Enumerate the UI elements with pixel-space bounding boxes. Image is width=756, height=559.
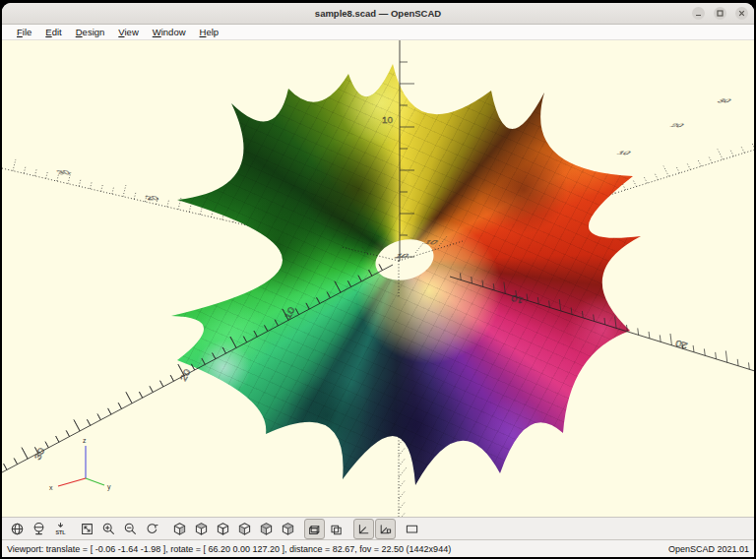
axis-line <box>638 328 639 335</box>
view-front-button[interactable] <box>256 519 277 539</box>
axis-line <box>160 381 163 387</box>
axis-line <box>655 173 658 179</box>
axis-number-label: 20 <box>144 195 161 201</box>
zoom-in-button[interactable] <box>98 519 119 539</box>
axis-line <box>126 392 132 403</box>
svg-text:STL: STL <box>55 528 66 534</box>
menu-bar: FileEditDesignViewWindowHelp <box>2 25 754 40</box>
axis-line <box>112 187 114 194</box>
version-text: OpenSCAD 2021.01 <box>668 544 749 554</box>
view-left-icon <box>237 522 252 536</box>
axis-line <box>716 352 717 359</box>
axis-line <box>90 182 92 189</box>
close-button[interactable] <box>735 7 748 20</box>
axis-line <box>704 348 705 355</box>
axis-line <box>13 159 16 171</box>
axis-line <box>670 334 671 345</box>
axis-line <box>157 198 158 205</box>
zoom-out-button[interactable] <box>120 519 141 539</box>
view-center-button[interactable] <box>326 519 346 539</box>
gizmo-axis <box>86 478 104 485</box>
axis-number-label: 30 <box>716 98 733 103</box>
menu-item-view[interactable]: View <box>111 26 145 39</box>
menu-item-window[interactable]: Window <box>146 26 193 39</box>
axis-line <box>108 408 111 414</box>
axis-line <box>57 174 59 181</box>
axis-line <box>167 200 169 207</box>
view-back-button[interactable] <box>278 519 298 539</box>
menu-item-help[interactable]: Help <box>193 26 226 39</box>
axis-line <box>730 150 733 155</box>
viewport-status-text: Viewport: translate = [ -0.06 -1.64 -1.9… <box>7 544 451 554</box>
axis-line <box>66 430 69 436</box>
minimize-button[interactable] <box>692 7 705 20</box>
render-icon <box>32 522 46 536</box>
axis-line <box>101 185 103 192</box>
axis-line <box>741 147 744 153</box>
axis-line <box>87 419 90 425</box>
axis-line <box>123 185 126 197</box>
axis-line <box>748 362 749 369</box>
gizmo-y-label: y <box>107 483 111 491</box>
view-left-button[interactable] <box>234 519 255 539</box>
axis-line <box>46 172 48 179</box>
axis-number-label: 30 <box>32 446 47 462</box>
axis-line <box>118 403 121 408</box>
preview-button[interactable] <box>7 519 28 539</box>
zoom-all-button[interactable] <box>77 519 97 539</box>
axis-line <box>189 206 191 213</box>
render-button[interactable] <box>29 519 49 539</box>
axis-line <box>644 177 647 183</box>
axis-line <box>212 211 214 217</box>
orthogonal-icon <box>378 522 393 536</box>
zoom-all-icon <box>80 522 94 536</box>
axis-line <box>399 448 405 456</box>
axis-line <box>139 392 142 398</box>
axis-line <box>68 172 71 184</box>
maximize-button[interactable] <box>714 7 726 20</box>
status-bar: Viewport: translate = [ -0.06 -1.64 -1.9… <box>2 539 754 557</box>
gizmo-x-label: x <box>49 484 53 491</box>
axis-line <box>56 436 59 442</box>
reset-view-button[interactable] <box>142 519 162 539</box>
axis-number-label: 20 <box>178 367 193 383</box>
axis-line <box>97 414 100 420</box>
view-diagonal-button[interactable] <box>304 519 325 539</box>
axis-line <box>687 163 690 169</box>
view-all-rect-icon <box>405 522 419 536</box>
gizmo-axis <box>58 478 86 486</box>
axis-line <box>34 447 37 453</box>
export-stl-icon: STL <box>53 522 68 536</box>
perspective-button[interactable] <box>353 519 374 539</box>
view-right-button[interactable] <box>169 519 190 539</box>
axis-number-label: 30 <box>55 169 73 175</box>
axis-line <box>709 156 712 162</box>
axis-line <box>97 414 100 420</box>
3d-viewport[interactable]: 1020302030 1020301020101010zxy <box>2 40 754 517</box>
maximize-icon <box>716 9 724 18</box>
axis-line <box>170 375 173 381</box>
axis-number-label: 20 <box>668 123 686 128</box>
axis-line <box>150 386 153 392</box>
view-bottom-button[interactable] <box>213 519 233 539</box>
gyroid-surface-render <box>2 40 754 517</box>
minimize-icon <box>694 9 703 18</box>
reset-view-icon <box>145 522 159 536</box>
menu-item-design[interactable]: Design <box>69 26 112 39</box>
axis-line <box>14 459 17 465</box>
export-stl-button[interactable]: STL <box>50 519 71 539</box>
menu-item-file[interactable]: File <box>10 26 38 39</box>
menu-item-edit[interactable]: Edit <box>38 26 68 39</box>
axis-line <box>74 420 80 431</box>
axis-line <box>34 447 37 453</box>
view-top-button[interactable] <box>191 519 212 539</box>
axis-line <box>126 392 132 403</box>
orthogonal-button[interactable] <box>375 519 396 539</box>
axis-line <box>399 491 405 499</box>
view-back-icon <box>281 522 295 536</box>
axis-line <box>34 169 36 176</box>
view-all-rect-button[interactable] <box>402 519 422 539</box>
axis-line <box>399 513 405 517</box>
view-bottom-icon <box>216 522 230 536</box>
axis-line <box>22 448 28 459</box>
